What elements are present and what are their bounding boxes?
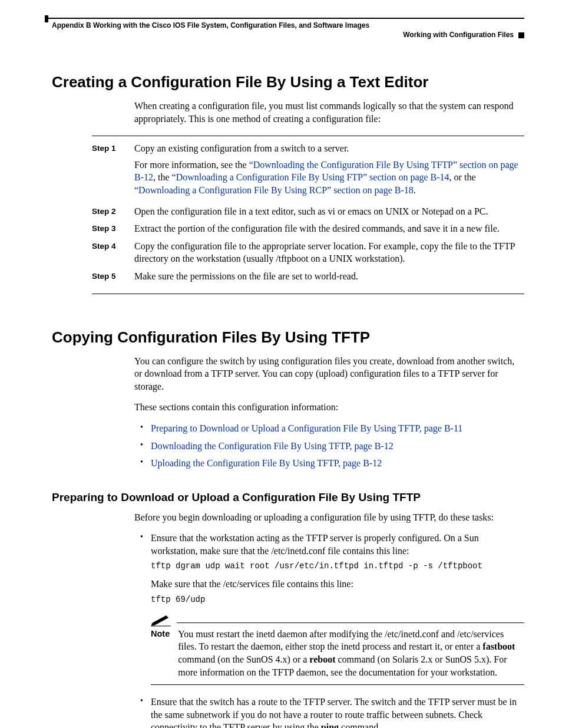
bullet-text: Make sure that the /etc/services file co…	[151, 578, 524, 591]
step-2: Step 2 Open the configuration file in a …	[92, 205, 524, 218]
code-line: tftp dgram udp wait root /usr/etc/in.tft…	[151, 561, 524, 572]
steps-start-rule	[92, 136, 524, 136]
heading-creating-config: Creating a Configuration File By Using a…	[52, 73, 524, 91]
note-text: You must restart the inetd daemon after …	[178, 628, 524, 678]
step-label: Step 3	[92, 222, 134, 235]
page-header: Appendix B Working with the Cisco IOS Fi…	[48, 18, 524, 39]
body-paragraph: These sections contain this configuratio…	[52, 401, 524, 414]
step-label: Step 5	[92, 270, 134, 283]
intro-paragraph: When creating a configuration file, you …	[52, 100, 524, 125]
step-text: Copy the configuration file to the appro…	[134, 240, 524, 265]
section-header: Working with Configuration Files	[48, 31, 524, 39]
step-text: For more information, see the “Downloadi…	[134, 159, 524, 197]
list-item: Ensure that the switch has a route to th…	[140, 696, 524, 728]
list-item: Ensure that the workstation acting as th…	[140, 532, 524, 685]
step-text: Extract the portion of the configuration…	[134, 222, 524, 235]
body-paragraph: You can configure the switch by using co…	[52, 355, 524, 393]
step-1: Step 1 Copy an existing configuration fr…	[92, 142, 524, 200]
step-4: Step 4 Copy the configuration file to th…	[92, 240, 524, 265]
xref-prepare-tftp[interactable]: Preparing to Download or Upload a Config…	[151, 423, 462, 433]
step-3: Step 3 Extract the portion of the config…	[92, 222, 524, 235]
steps-end-rule	[92, 294, 524, 294]
xref-download-tftp[interactable]: Downloading the Configuration File By Us…	[151, 441, 394, 451]
step-5: Step 5 Make sure the permissions on the …	[92, 270, 524, 283]
step-text: Open the configuration file in a text ed…	[134, 205, 524, 218]
step-text: Make sure the permissions on the file ar…	[134, 270, 524, 283]
bullet-text: Ensure that the workstation acting as th…	[151, 532, 524, 557]
step-text: Copy an existing configuration from a sw…	[134, 142, 524, 155]
step-label: Step 4	[92, 240, 134, 265]
xref-ftp-download[interactable]: “Downloading a Configuration File By Usi…	[172, 172, 449, 182]
note-label: Note	[151, 628, 170, 678]
xref-rcp-download[interactable]: “Downloading a Configuration File By Usi…	[134, 185, 414, 195]
note-block: Note You must restart the inetd daemon a…	[151, 614, 524, 685]
appendix-title: Appendix B Working with the Cisco IOS Fi…	[48, 19, 524, 31]
note-icon	[151, 614, 171, 627]
step-label: Step 2	[92, 205, 134, 218]
step-label: Step 1	[92, 142, 134, 200]
heading-copying-tftp: Copying Configuration Files By Using TFT…	[52, 328, 524, 347]
body-paragraph: Before you begin downloading or uploadin…	[52, 511, 524, 524]
xref-upload-tftp[interactable]: Uploading the Configuration File By Usin…	[151, 458, 382, 468]
heading-preparing-tftp: Preparing to Download or Upload a Config…	[52, 491, 524, 504]
task-list: Ensure that the workstation acting as th…	[52, 532, 524, 728]
xref-list: Preparing to Download or Upload a Config…	[52, 422, 524, 470]
code-line: tftp 69/udp	[151, 594, 524, 605]
